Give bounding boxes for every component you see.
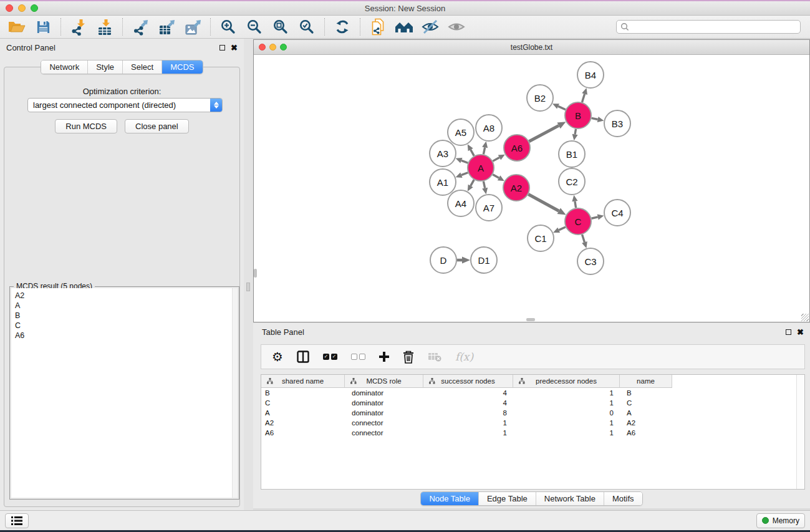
zoom-in-button[interactable] (215, 17, 241, 37)
table-cell: C (261, 398, 345, 408)
search-input[interactable] (629, 21, 796, 32)
export-network-button[interactable] (127, 17, 153, 37)
mcds-result-item[interactable]: B (11, 311, 238, 321)
table-row[interactable]: Adominator80A (261, 408, 804, 418)
table-row[interactable]: A6connector11A6 (261, 428, 804, 438)
graph-edge-B-B4[interactable] (582, 94, 584, 102)
tab-node-table[interactable]: Node Table (421, 492, 478, 505)
column-settings-button[interactable]: ⚙ (272, 347, 283, 366)
close-table-panel-icon[interactable]: ✖ (797, 329, 804, 336)
vertical-scrollbar[interactable] (254, 269, 257, 278)
graph-edge-A-A4[interactable] (471, 180, 475, 186)
graph-edge-C-C2[interactable] (575, 201, 576, 208)
open-session-button[interactable] (4, 17, 30, 37)
split-table-button[interactable] (297, 347, 309, 366)
zoom-out-button[interactable] (241, 17, 268, 37)
graph-edge-C-C1[interactable] (559, 227, 566, 230)
close-panel-button[interactable]: Close panel (125, 119, 189, 133)
graph-edge-A2-C[interactable] (528, 195, 559, 211)
column-header-successor-nodes[interactable]: successor nodes (423, 375, 513, 388)
mcds-list-scrollbar[interactable] (232, 288, 238, 498)
task-history-button[interactable] (5, 513, 29, 528)
graph-edge-B-B2[interactable] (558, 106, 566, 109)
graph-edge-A-A6[interactable] (493, 157, 499, 161)
first-neighbors-button[interactable] (391, 17, 417, 37)
panel-splitter[interactable] (244, 39, 253, 510)
graph-edge-A-A5[interactable] (471, 150, 475, 156)
import-network-button[interactable] (65, 17, 92, 37)
apply-layout-refresh-button[interactable] (329, 17, 355, 37)
graph-edge-C-C4[interactable] (591, 217, 597, 218)
function-builder-button[interactable]: f(x) (455, 347, 473, 366)
graph-edge-B-B3[interactable] (592, 118, 598, 119)
memory-button[interactable]: Memory (756, 513, 805, 528)
graph-node-label-B: B (575, 110, 581, 121)
graph-edge-C-C3[interactable] (582, 235, 585, 242)
eye-slash-icon (421, 19, 440, 35)
close-panel-icon[interactable]: ✖ (231, 44, 238, 51)
column-header-predecessor-nodes[interactable]: predecessor nodes (513, 375, 620, 388)
graph-edge-A-A8[interactable] (483, 147, 485, 154)
network-window-titlebar: testGlobe.txt (254, 40, 809, 55)
save-session-button[interactable] (30, 17, 56, 37)
column-header-name[interactable]: name (620, 375, 672, 388)
table-row[interactable]: Cdominator41C (261, 398, 804, 408)
graph-edge-arrowhead (597, 117, 604, 122)
mcds-result-item[interactable]: A2 (11, 291, 238, 301)
tab-network[interactable]: Network (41, 60, 87, 74)
create-column-button[interactable] (379, 347, 389, 366)
graph-edge-arrowhead (582, 241, 587, 248)
graph-edge-arrowhead (572, 134, 578, 141)
table-scrollbar[interactable] (796, 375, 804, 489)
table-cell: 1 (513, 388, 620, 398)
mcds-result-item[interactable]: A6 (11, 331, 238, 341)
tab-mcds[interactable]: MCDS (162, 60, 202, 74)
tab-select[interactable]: Select (122, 60, 162, 74)
window-title: Session: New Session (0, 4, 810, 13)
mcds-result-item[interactable]: A (11, 301, 238, 311)
zoom-selected-button[interactable] (294, 17, 320, 37)
mcds-result-item[interactable]: C (11, 321, 238, 331)
column-header-shared-name[interactable]: shared name (261, 375, 345, 388)
export-image-icon (185, 19, 201, 36)
delete-table-button[interactable] (428, 347, 441, 366)
float-table-panel-icon[interactable] (786, 329, 791, 335)
search-box[interactable] (616, 20, 801, 34)
deselect-all-rows-button[interactable] (351, 347, 365, 366)
graph-edge-B-B1[interactable] (575, 129, 576, 135)
table-row[interactable]: A2connector11A2 (261, 418, 804, 428)
zoom-selected-icon (299, 19, 315, 35)
graph-node-label-C1: C1 (534, 233, 546, 244)
graph-edge-A-A1[interactable] (461, 173, 468, 175)
network-canvas[interactable]: B4B2BB3A8A5A6A3B1AA1C2A2A4A7C4CC1C3DD1 (254, 55, 809, 322)
main-titlebar: Session: New Session (0, 1, 810, 16)
graph-edge-A-A3[interactable] (461, 160, 468, 163)
float-panel-icon[interactable] (219, 45, 225, 51)
select-all-rows-button[interactable]: ✓✓ (323, 347, 337, 366)
show-all-button[interactable] (443, 17, 470, 37)
zoom-out-icon (246, 19, 263, 35)
splitter-grip[interactable] (246, 283, 250, 291)
tab-network-table[interactable]: Network Table (536, 492, 604, 505)
new-network-from-selection-button[interactable] (365, 17, 391, 37)
table-row[interactable]: Bdominator41B (261, 388, 804, 398)
tab-motifs[interactable]: Motifs (604, 492, 642, 505)
hide-selected-button[interactable] (417, 17, 443, 37)
import-table-button[interactable] (92, 17, 118, 37)
column-header-mcds-role[interactable]: MCDS role (345, 375, 423, 388)
tab-edge-table[interactable]: Edge Table (478, 492, 536, 505)
run-mcds-button[interactable]: Run MCDS (55, 119, 117, 133)
delete-columns-button[interactable] (403, 347, 414, 366)
tab-style[interactable]: Style (87, 60, 122, 74)
export-image-button[interactable] (180, 17, 206, 37)
column-type-icon (267, 378, 273, 384)
graph-edge-A-A2[interactable] (493, 175, 499, 178)
graph-edge-A6-B[interactable] (529, 125, 559, 141)
horizontal-scrollbar[interactable] (526, 318, 535, 321)
optimization-criterion-dropdown[interactable]: largest connected component (directed) (27, 98, 223, 112)
graph-edge-A-A7[interactable] (483, 181, 485, 188)
window-resize-grip[interactable] (801, 314, 809, 321)
export-table-button[interactable] (153, 17, 180, 37)
zoom-fit-button[interactable] (268, 17, 294, 37)
control-panel-title: Control Panel (6, 43, 55, 52)
